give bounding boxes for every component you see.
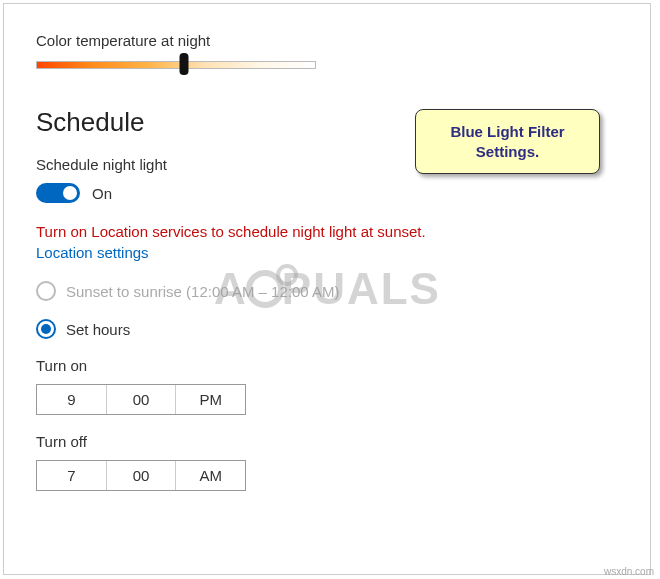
radio-sethours-row[interactable]: Set hours [36, 319, 618, 339]
location-warning: Turn on Location services to schedule ni… [36, 223, 618, 240]
settings-panel: Color temperature at night Schedule Sche… [3, 3, 651, 575]
turn-on-ampm[interactable]: PM [176, 385, 245, 414]
color-temp-label: Color temperature at night [36, 32, 618, 49]
slider-track [36, 61, 316, 69]
turn-off-group: Turn off 7 00 AM [36, 433, 618, 491]
schedule-toggle[interactable] [36, 183, 80, 203]
turn-on-group: Turn on 9 00 PM [36, 357, 618, 415]
turn-off-picker[interactable]: 7 00 AM [36, 460, 246, 491]
toggle-knob [63, 186, 77, 200]
source-note: wsxdn.com [604, 566, 654, 577]
radio-sunset-label: Sunset to sunrise (12:00 AM – 12:00 AM) [66, 283, 340, 300]
callout-line2: Settings. [476, 143, 539, 160]
turn-off-minute[interactable]: 00 [107, 461, 177, 490]
turn-off-ampm[interactable]: AM [176, 461, 245, 490]
callout-line1: Blue Light Filter [450, 123, 564, 140]
turn-on-label: Turn on [36, 357, 618, 374]
location-settings-link[interactable]: Location settings [36, 244, 149, 261]
slider-thumb[interactable] [180, 53, 189, 75]
turn-on-picker[interactable]: 9 00 PM [36, 384, 246, 415]
toggle-state-text: On [92, 185, 112, 202]
radio-dot-icon [41, 324, 51, 334]
radio-sethours[interactable] [36, 319, 56, 339]
color-temp-slider[interactable] [36, 59, 316, 71]
turn-on-minute[interactable]: 00 [107, 385, 177, 414]
turn-off-hour[interactable]: 7 [37, 461, 107, 490]
radio-sunset[interactable] [36, 281, 56, 301]
annotation-callout: Blue Light Filter Settings. [415, 109, 600, 174]
radio-sunset-row[interactable]: Sunset to sunrise (12:00 AM – 12:00 AM) [36, 281, 618, 301]
schedule-toggle-row: On [36, 183, 618, 203]
turn-on-hour[interactable]: 9 [37, 385, 107, 414]
radio-sethours-label: Set hours [66, 321, 130, 338]
turn-off-label: Turn off [36, 433, 618, 450]
